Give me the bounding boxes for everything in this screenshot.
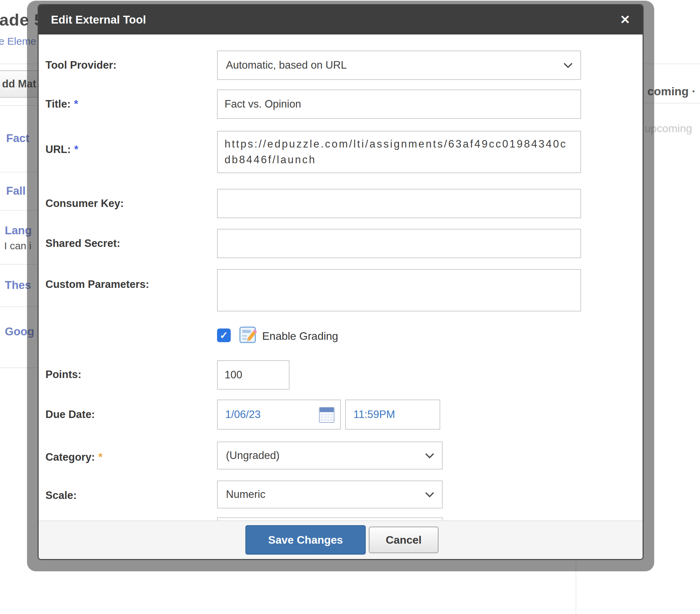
material-link-fall[interactable]: Fall xyxy=(6,184,26,197)
shared-secret-input[interactable] xyxy=(217,229,581,258)
tool-provider-select[interactable]: Automatic, based on URL xyxy=(217,51,581,80)
points-input[interactable]: 100 xyxy=(217,360,289,389)
close-icon[interactable]: ✕ xyxy=(620,14,630,26)
category-label: Category:* xyxy=(46,451,102,463)
page: ade 5 e Eleme dd Mat Fact Fall Lang I ca… xyxy=(0,0,700,614)
url-input[interactable]: https://edpuzzle.com/lti/assignments/63a… xyxy=(217,131,581,173)
edit-external-tool-modal: Edit External Tool ✕ Tool Provider: Auto… xyxy=(38,4,643,560)
tool-provider-value: Automatic, based on URL xyxy=(225,59,347,72)
save-changes-button[interactable]: Save Changes xyxy=(246,525,366,554)
material-link-fact[interactable]: Fact xyxy=(6,132,29,145)
tool-provider-label: Tool Provider: xyxy=(46,59,116,72)
title-label: Title:* xyxy=(46,98,78,110)
consumer-key-label: Consumer Key: xyxy=(46,197,124,210)
upcoming-heading-fragment: coming · xyxy=(647,85,696,98)
custom-parameters-textarea[interactable] xyxy=(217,269,581,311)
url-label: URL:* xyxy=(46,143,78,156)
due-time-input[interactable]: 11:59PM xyxy=(345,399,440,430)
title-input[interactable]: Fact vs. Opinion xyxy=(217,89,581,119)
checkmark-icon: ✓ xyxy=(220,330,228,341)
custom-parameters-label: Custom Parameters: xyxy=(46,278,149,291)
due-date-label: Due Date: xyxy=(46,408,95,421)
calendar-icon[interactable] xyxy=(319,406,335,423)
enable-grading-checkbox[interactable]: ✓ xyxy=(217,329,231,342)
enable-grading-label: Enable Grading xyxy=(262,330,338,343)
required-asterisk: * xyxy=(74,143,78,155)
chevron-down-icon xyxy=(425,492,435,498)
chevron-down-icon xyxy=(563,63,573,68)
points-label: Points: xyxy=(46,369,82,381)
consumer-key-input[interactable] xyxy=(217,189,581,218)
scale-label: Scale: xyxy=(46,489,77,502)
chevron-down-icon xyxy=(425,453,435,459)
required-asterisk: * xyxy=(98,451,102,463)
modal-title: Edit External Tool xyxy=(51,13,146,26)
required-asterisk: * xyxy=(74,98,78,110)
scale-select[interactable]: Numeric xyxy=(217,481,442,509)
due-date-input[interactable]: 1/06/23 xyxy=(217,399,341,430)
modal-header: Edit External Tool ✕ xyxy=(39,5,642,35)
cancel-button[interactable]: Cancel xyxy=(369,527,438,553)
shared-secret-label: Shared Secret: xyxy=(46,237,120,250)
modal-footer: Save Changes Cancel xyxy=(39,521,642,559)
category-select[interactable]: (Ungraded) xyxy=(217,442,442,470)
grading-rubric-icon xyxy=(239,325,257,344)
